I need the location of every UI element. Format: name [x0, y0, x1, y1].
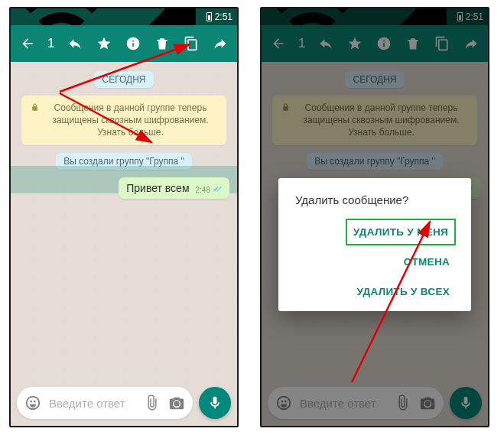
camera-icon[interactable]	[168, 394, 185, 411]
input-placeholder: Введите ответ	[49, 397, 136, 410]
phone-left: 2:51 1 СЕГОДНЯ Сообщения в данной группе…	[9, 7, 239, 427]
emoji-icon[interactable]	[24, 394, 41, 411]
status-bar: 2:51	[11, 8, 237, 25]
delete-for-all-button[interactable]: УДАЛИТЬ У ВСЕХ	[351, 278, 456, 305]
message-input[interactable]: Введите ответ	[17, 387, 193, 419]
message-text: Привет всем	[126, 182, 189, 194]
selection-count: 1	[47, 36, 54, 51]
forward-button[interactable]	[208, 31, 232, 56]
message-bubble[interactable]: Привет всем 2:48	[119, 177, 229, 199]
reply-button[interactable]	[63, 31, 87, 56]
attach-icon[interactable]	[144, 394, 161, 411]
input-bar: Введите ответ	[11, 381, 237, 426]
message-time: 2:48	[196, 186, 210, 194]
copy-button[interactable]	[179, 31, 203, 56]
phone-right: 2:51 1 СЕГОДНЯ Сообщения в данной группе…	[260, 7, 489, 427]
encryption-notice[interactable]: Сообщения в данной группе теперь защищен…	[21, 96, 226, 145]
messages-area: СЕГОДНЯ Сообщения в данной группе теперь…	[11, 62, 237, 381]
dialog-title: Удалить сообщение?	[295, 193, 456, 206]
mic-button[interactable]	[199, 387, 231, 419]
cancel-button[interactable]: ОТМЕНА	[398, 248, 456, 275]
delete-dialog: Удалить сообщение? УДАЛИТЬ У МЕНЯ ОТМЕНА…	[278, 178, 471, 311]
delete-for-me-button[interactable]: УДАЛИТЬ У МЕНЯ	[346, 219, 456, 245]
back-button[interactable]	[15, 31, 40, 56]
date-chip: СЕГОДНЯ	[94, 71, 153, 88]
delete-button[interactable]	[150, 31, 174, 56]
status-time: 2:51	[215, 11, 232, 22]
lock-icon	[31, 102, 39, 115]
info-button[interactable]	[121, 31, 145, 56]
encryption-text: Сообщения в данной группе теперь защищен…	[44, 102, 217, 139]
app-bar: 1	[11, 25, 237, 62]
double-check-icon	[213, 186, 223, 193]
battery-icon	[206, 12, 212, 21]
star-button[interactable]	[92, 31, 116, 56]
group-created-chip: Вы создали группу "Группа "	[56, 153, 192, 170]
